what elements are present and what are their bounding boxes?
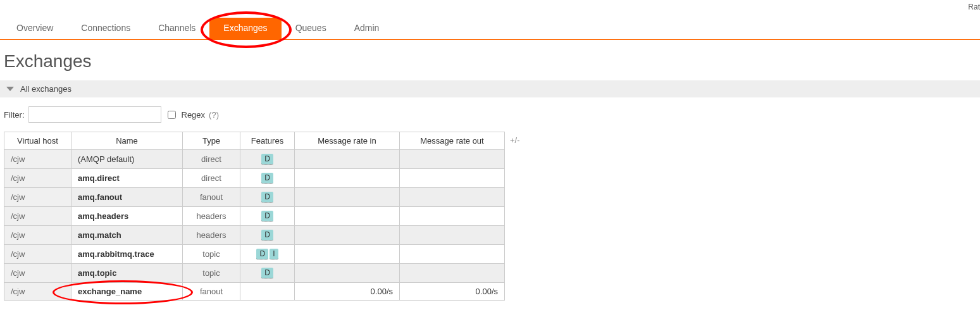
cell-vhost: /cjw — [4, 207, 71, 226]
cell-features — [240, 283, 295, 301]
tab-channels[interactable]: Channels — [144, 18, 209, 39]
cell-features: D — [240, 264, 295, 283]
cell-rate-in — [295, 188, 400, 207]
tab-overview[interactable]: Overview — [3, 18, 67, 39]
cell-type: fanout — [183, 283, 240, 301]
cell-rate-out — [400, 207, 505, 226]
product-label: Rat — [968, 3, 980, 11]
cell-features: D — [240, 226, 295, 245]
filter-row: Filter: Regex (?) — [4, 106, 980, 123]
exchange-link[interactable]: exchange_name — [78, 287, 142, 296]
cell-rate-out — [400, 188, 505, 207]
column-header[interactable]: Virtual host — [4, 132, 71, 150]
cell-type: direct — [183, 169, 240, 188]
cell-rate-out — [400, 245, 505, 264]
cell-type: direct — [183, 150, 240, 169]
cell-type: headers — [183, 226, 240, 245]
tab-queues[interactable]: Queues — [282, 18, 340, 39]
tab-admin[interactable]: Admin — [340, 18, 394, 39]
cell-rate-in — [295, 226, 400, 245]
cell-name: exchange_name — [71, 283, 183, 301]
feature-tag[interactable]: D — [261, 268, 273, 278]
exchange-link[interactable]: amq.direct — [78, 173, 120, 183]
cell-name: amq.topic — [71, 264, 183, 283]
cell-vhost: /cjw — [4, 226, 71, 245]
cell-vhost: /cjw — [4, 264, 71, 283]
regex-help-icon[interactable]: (?) — [209, 110, 219, 120]
section-all-exchanges[interactable]: All exchanges — [0, 80, 980, 97]
cell-features: D — [240, 150, 295, 169]
cell-rate-in — [295, 245, 400, 264]
cell-rate-out: 0.00/s — [400, 283, 505, 301]
page-title: Exchanges — [4, 51, 980, 72]
cell-name: amq.direct — [71, 169, 183, 188]
cell-type: topic — [183, 245, 240, 264]
cell-rate-out — [400, 264, 505, 283]
cell-type: fanout — [183, 188, 240, 207]
cell-type: topic — [183, 264, 240, 283]
feature-tag[interactable]: D — [256, 249, 268, 259]
main-tabs: OverviewConnectionsChannelsExchangesQueu… — [0, 18, 980, 40]
column-header[interactable]: Message rate in — [295, 132, 400, 150]
feature-tag[interactable]: D — [261, 230, 273, 240]
cell-name: (AMQP default) — [71, 150, 183, 169]
cell-rate-out — [400, 150, 505, 169]
cell-rate-out — [400, 169, 505, 188]
cell-features: D — [240, 169, 295, 188]
exchange-link[interactable]: amq.match — [78, 230, 121, 240]
cell-vhost: /cjw — [4, 169, 71, 188]
cell-features: D — [240, 207, 295, 226]
cell-name: amq.headers — [71, 207, 183, 226]
exchange-link[interactable]: (AMQP default) — [78, 154, 134, 164]
exchange-link[interactable]: amq.rabbitmq.trace — [78, 249, 154, 259]
feature-tag[interactable]: D — [261, 211, 273, 221]
feature-tag[interactable]: D — [261, 154, 273, 165]
cell-type: headers — [183, 207, 240, 226]
exchange-link[interactable]: amq.headers — [78, 211, 128, 221]
filter-input[interactable] — [28, 106, 161, 123]
collapse-icon — [6, 87, 14, 91]
feature-tag[interactable]: D — [261, 192, 273, 202]
exchange-link[interactable]: amq.fanout — [78, 192, 122, 202]
table-row: /cjwamq.rabbitmq.tracetopicDI — [4, 245, 505, 264]
table-row: /cjwexchange_namefanout0.00/s0.00/s — [4, 283, 505, 301]
table-row: /cjwamq.directdirectD — [4, 169, 505, 188]
cell-rate-in — [295, 150, 400, 169]
cell-name: amq.match — [71, 226, 183, 245]
cell-features: DI — [240, 245, 295, 264]
tab-exchanges[interactable]: Exchanges — [209, 18, 281, 39]
cell-name: amq.fanout — [71, 188, 183, 207]
feature-tag[interactable]: I — [270, 249, 278, 259]
cell-vhost: /cjw — [4, 245, 71, 264]
exchanges-table: Virtual hostNameTypeFeaturesMessage rate… — [4, 132, 505, 301]
cell-rate-out — [400, 226, 505, 245]
regex-checkbox[interactable] — [168, 111, 176, 119]
cell-vhost: /cjw — [4, 150, 71, 169]
feature-tag[interactable]: D — [261, 173, 273, 184]
table-row: /cjwamq.topictopicD — [4, 264, 505, 283]
section-title: All exchanges — [20, 84, 71, 94]
filter-label: Filter: — [4, 110, 25, 120]
regex-label: Regex — [182, 110, 206, 120]
columns-toggle[interactable]: +/- — [510, 132, 520, 145]
table-row: /cjw(AMQP default)directD — [4, 150, 505, 169]
cell-rate-in: 0.00/s — [295, 283, 400, 301]
cell-rate-in — [295, 207, 400, 226]
table-row: /cjwamq.matchheadersD — [4, 226, 505, 245]
column-header[interactable]: Type — [183, 132, 240, 150]
cell-rate-in — [295, 169, 400, 188]
cell-features: D — [240, 188, 295, 207]
table-row: /cjwamq.fanoutfanoutD — [4, 188, 505, 207]
cell-rate-in — [295, 264, 400, 283]
cell-name: amq.rabbitmq.trace — [71, 245, 183, 264]
column-header[interactable]: Features — [240, 132, 295, 150]
cell-vhost: /cjw — [4, 283, 71, 301]
exchange-link[interactable]: amq.topic — [78, 268, 116, 278]
column-header[interactable]: Message rate out — [400, 132, 505, 150]
column-header[interactable]: Name — [71, 132, 183, 150]
cell-vhost: /cjw — [4, 188, 71, 207]
table-row: /cjwamq.headersheadersD — [4, 207, 505, 226]
tab-connections[interactable]: Connections — [67, 18, 144, 39]
